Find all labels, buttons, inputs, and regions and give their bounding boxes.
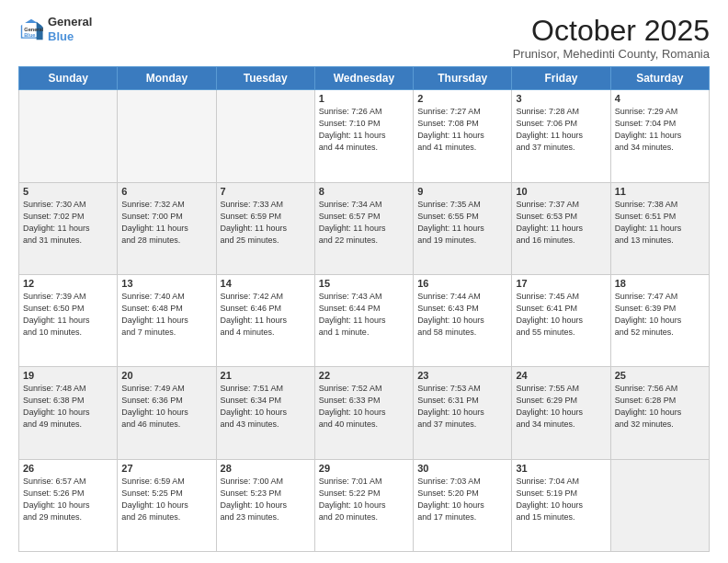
logo-icon: General Blue (18, 17, 44, 42)
calendar-day-cell: 27Sunrise: 6:59 AM Sunset: 5:25 PM Dayli… (118, 459, 216, 551)
day-number: 23 (417, 370, 507, 381)
calendar-day-cell: 28Sunrise: 7:00 AM Sunset: 5:23 PM Dayli… (216, 459, 314, 551)
calendar-day-cell: 20Sunrise: 7:49 AM Sunset: 6:36 PM Dayli… (118, 367, 216, 459)
day-info: Sunrise: 7:49 AM Sunset: 6:36 PM Dayligh… (121, 383, 211, 431)
logo-line1: General (48, 15, 92, 29)
calendar-day-cell: 11Sunrise: 7:38 AM Sunset: 6:51 PM Dayli… (610, 182, 709, 274)
location: Prunisor, Mehedinti County, Romania (513, 47, 710, 61)
day-number: 18 (615, 278, 705, 289)
day-info: Sunrise: 7:51 AM Sunset: 6:34 PM Dayligh… (221, 383, 311, 431)
day-of-week-header: Sunday (19, 67, 118, 90)
calendar-week-row: 19Sunrise: 7:48 AM Sunset: 6:38 PM Dayli… (19, 367, 710, 459)
calendar-day-cell: 16Sunrise: 7:44 AM Sunset: 6:43 PM Dayli… (414, 274, 512, 366)
calendar-day-cell: 18Sunrise: 7:47 AM Sunset: 6:39 PM Dayli… (610, 274, 709, 366)
day-info: Sunrise: 7:01 AM Sunset: 5:22 PM Dayligh… (319, 476, 409, 523)
day-of-week-header: Thursday (414, 67, 512, 90)
calendar-day-cell: 8Sunrise: 7:34 AM Sunset: 6:57 PM Daylig… (314, 182, 413, 274)
calendar-day-cell: 23Sunrise: 7:53 AM Sunset: 6:31 PM Dayli… (414, 367, 512, 459)
calendar-day-cell: 3Sunrise: 7:28 AM Sunset: 7:06 PM Daylig… (512, 90, 610, 182)
day-of-week-header: Saturday (610, 67, 709, 90)
day-number: 29 (319, 463, 409, 474)
day-number: 20 (121, 370, 211, 381)
calendar-day-cell (19, 90, 118, 182)
calendar-day-cell: 31Sunrise: 7:04 AM Sunset: 5:19 PM Dayli… (512, 459, 610, 551)
calendar-day-cell: 4Sunrise: 7:29 AM Sunset: 7:04 PM Daylig… (610, 90, 709, 182)
day-of-week-header: Monday (118, 67, 216, 90)
day-info: Sunrise: 7:55 AM Sunset: 6:29 PM Dayligh… (516, 383, 606, 431)
calendar-day-cell: 21Sunrise: 7:51 AM Sunset: 6:34 PM Dayli… (216, 367, 314, 459)
calendar-week-row: 5Sunrise: 7:30 AM Sunset: 7:02 PM Daylig… (19, 182, 710, 274)
day-info: Sunrise: 7:38 AM Sunset: 6:51 PM Dayligh… (615, 199, 705, 247)
calendar-day-cell: 7Sunrise: 7:33 AM Sunset: 6:59 PM Daylig… (216, 182, 314, 274)
day-info: Sunrise: 7:04 AM Sunset: 5:19 PM Dayligh… (516, 476, 606, 523)
day-number: 24 (516, 370, 606, 381)
day-number: 16 (417, 278, 507, 289)
calendar-day-cell: 26Sunrise: 6:57 AM Sunset: 5:26 PM Dayli… (19, 459, 118, 551)
calendar-day-cell: 30Sunrise: 7:03 AM Sunset: 5:20 PM Dayli… (414, 459, 512, 551)
day-of-week-header: Tuesday (216, 67, 314, 90)
calendar-week-row: 26Sunrise: 6:57 AM Sunset: 5:26 PM Dayli… (19, 459, 710, 551)
day-info: Sunrise: 7:56 AM Sunset: 6:28 PM Dayligh… (615, 383, 705, 431)
day-number: 13 (121, 278, 211, 289)
day-info: Sunrise: 6:59 AM Sunset: 5:25 PM Dayligh… (121, 476, 211, 523)
calendar-table: SundayMondayTuesdayWednesdayThursdayFrid… (18, 66, 710, 552)
day-info: Sunrise: 7:32 AM Sunset: 7:00 PM Dayligh… (121, 199, 211, 247)
day-info: Sunrise: 7:47 AM Sunset: 6:39 PM Dayligh… (615, 291, 705, 339)
day-info: Sunrise: 7:00 AM Sunset: 5:23 PM Dayligh… (221, 476, 311, 523)
day-info: Sunrise: 7:35 AM Sunset: 6:55 PM Dayligh… (417, 199, 507, 247)
day-info: Sunrise: 7:40 AM Sunset: 6:48 PM Dayligh… (121, 291, 211, 339)
day-info: Sunrise: 7:45 AM Sunset: 6:41 PM Dayligh… (516, 291, 606, 339)
day-info: Sunrise: 7:28 AM Sunset: 7:06 PM Dayligh… (516, 106, 606, 154)
day-number: 11 (615, 186, 705, 197)
day-number: 17 (516, 278, 606, 289)
calendar-day-cell: 10Sunrise: 7:37 AM Sunset: 6:53 PM Dayli… (512, 182, 610, 274)
day-info: Sunrise: 7:33 AM Sunset: 6:59 PM Dayligh… (221, 199, 311, 247)
day-number: 14 (221, 278, 311, 289)
day-of-week-header: Friday (512, 67, 610, 90)
day-number: 4 (615, 93, 705, 104)
day-of-week-header: Wednesday (314, 67, 413, 90)
calendar-header-row: SundayMondayTuesdayWednesdayThursdayFrid… (19, 67, 710, 90)
calendar-day-cell: 5Sunrise: 7:30 AM Sunset: 7:02 PM Daylig… (19, 182, 118, 274)
day-info: Sunrise: 7:37 AM Sunset: 6:53 PM Dayligh… (516, 199, 606, 247)
day-number: 6 (121, 186, 211, 197)
day-number: 2 (417, 93, 507, 104)
day-info: Sunrise: 6:57 AM Sunset: 5:26 PM Dayligh… (23, 476, 113, 523)
day-info: Sunrise: 7:34 AM Sunset: 6:57 PM Dayligh… (319, 199, 409, 247)
calendar-day-cell (118, 90, 216, 182)
day-number: 12 (23, 278, 113, 289)
calendar-day-cell: 29Sunrise: 7:01 AM Sunset: 5:22 PM Dayli… (314, 459, 413, 551)
calendar-day-cell: 24Sunrise: 7:55 AM Sunset: 6:29 PM Dayli… (512, 367, 610, 459)
day-number: 10 (516, 186, 606, 197)
title-section: October 2025 Prunisor, Mehedinti County,… (513, 15, 710, 61)
day-number: 31 (516, 463, 606, 474)
logo-text: General Blue (48, 15, 92, 43)
calendar-week-row: 12Sunrise: 7:39 AM Sunset: 6:50 PM Dayli… (19, 274, 710, 366)
day-number: 7 (221, 186, 311, 197)
calendar-day-cell: 1Sunrise: 7:26 AM Sunset: 7:10 PM Daylig… (314, 90, 413, 182)
day-info: Sunrise: 7:26 AM Sunset: 7:10 PM Dayligh… (319, 106, 409, 154)
calendar-day-cell: 15Sunrise: 7:43 AM Sunset: 6:44 PM Dayli… (314, 274, 413, 366)
month-title: October 2025 (513, 15, 710, 47)
day-number: 22 (319, 370, 409, 381)
day-info: Sunrise: 7:48 AM Sunset: 6:38 PM Dayligh… (23, 383, 113, 431)
day-info: Sunrise: 7:30 AM Sunset: 7:02 PM Dayligh… (23, 199, 113, 247)
day-info: Sunrise: 7:44 AM Sunset: 6:43 PM Dayligh… (417, 291, 507, 339)
day-info: Sunrise: 7:53 AM Sunset: 6:31 PM Dayligh… (417, 383, 507, 431)
day-info: Sunrise: 7:39 AM Sunset: 6:50 PM Dayligh… (23, 291, 113, 339)
logo: General Blue General Blue (18, 15, 92, 43)
day-number: 3 (516, 93, 606, 104)
calendar-day-cell: 2Sunrise: 7:27 AM Sunset: 7:08 PM Daylig… (414, 90, 512, 182)
calendar-day-cell: 25Sunrise: 7:56 AM Sunset: 6:28 PM Dayli… (610, 367, 709, 459)
day-number: 30 (417, 463, 507, 474)
day-number: 8 (319, 186, 409, 197)
calendar-day-cell: 12Sunrise: 7:39 AM Sunset: 6:50 PM Dayli… (19, 274, 118, 366)
day-number: 27 (121, 463, 211, 474)
calendar-day-cell (216, 90, 314, 182)
calendar-day-cell: 13Sunrise: 7:40 AM Sunset: 6:48 PM Dayli… (118, 274, 216, 366)
calendar-day-cell: 6Sunrise: 7:32 AM Sunset: 7:00 PM Daylig… (118, 182, 216, 274)
page: General Blue General Blue October 2025 P… (0, 0, 728, 563)
day-number: 1 (319, 93, 409, 104)
calendar-week-row: 1Sunrise: 7:26 AM Sunset: 7:10 PM Daylig… (19, 90, 710, 182)
day-number: 28 (221, 463, 311, 474)
